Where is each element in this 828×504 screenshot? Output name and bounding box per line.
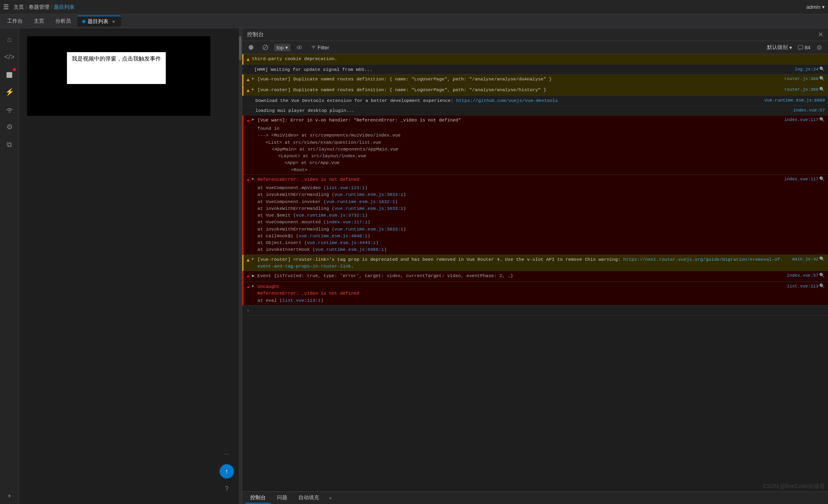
log-source[interactable]: router.js:360 🔍 bbox=[784, 86, 825, 93]
help-button[interactable]: ? bbox=[220, 482, 234, 496]
log-source[interactable]: main.js:42 🔍 bbox=[792, 256, 825, 263]
devtools-header: 控制台 ✕ bbox=[242, 28, 828, 41]
log-source[interactable]: index.vue:57 bbox=[793, 107, 825, 114]
stack-link[interactable]: vue.runtime.esm.js:3033:1 bbox=[334, 227, 403, 232]
magnify-icon[interactable]: 🔍 bbox=[819, 86, 825, 93]
tab-workspace[interactable]: 工作台 bbox=[2, 16, 27, 26]
breadcrumb-mgmt[interactable]: 卷题管理 bbox=[29, 4, 49, 11]
admin-button[interactable]: admin ▾ bbox=[806, 4, 825, 10]
error-icon: ● bbox=[247, 284, 249, 291]
expand-arrow[interactable]: ▶ bbox=[252, 256, 254, 262]
clear-button[interactable] bbox=[260, 43, 271, 52]
tab-analysis[interactable]: 分析员 bbox=[51, 16, 76, 26]
expand-arrow[interactable]: ▶ bbox=[252, 117, 254, 123]
stack-link[interactable]: vue.runtime.esm.js:6966:1 bbox=[315, 247, 384, 252]
log-content: Uncaught ReferenceError: _video is not d… bbox=[257, 283, 785, 304]
expand-arrow[interactable]: ▶ bbox=[252, 283, 254, 289]
sidebar-icon-add[interactable]: + bbox=[2, 488, 18, 504]
log-entry: ▲ ▶ [vue-router] Duplicate named routes … bbox=[242, 74, 828, 85]
top-nav: ☰ 主页 / 卷题管理 / 题目列表 admin ▾ bbox=[0, 0, 828, 14]
eye-button[interactable] bbox=[294, 43, 305, 52]
record-button[interactable] bbox=[245, 43, 257, 52]
content-area: 我是视频中的弹窗，点击我触发事件 ··· ↑ ? 控制台 ✕ bbox=[19, 28, 828, 504]
log-entry: ▲ ▶ [vue-router] <router-link>'s tag pro… bbox=[242, 255, 828, 272]
admin-label: admin bbox=[806, 4, 820, 10]
log-content: [vue-router] Duplicate named routes defi… bbox=[257, 86, 782, 93]
stack-link[interactable]: vue.runtime.esm.js:3732:1 bbox=[296, 213, 365, 218]
log-source[interactable]: list.vue:113 🔍 bbox=[787, 283, 825, 290]
devtools-bottom-tabs: 控制台 问题 自动填充 + CSDN @fineCode前端哥 bbox=[242, 491, 828, 504]
message-count-badge: 84 bbox=[805, 45, 810, 51]
breadcrumb-home[interactable]: 主页 bbox=[14, 4, 24, 11]
level-selector[interactable]: 默认级别 ▾ bbox=[765, 43, 795, 52]
stack-link[interactable]: vue.runtime.esm.js:3033:1 bbox=[334, 206, 403, 211]
magnify-icon[interactable]: 🔍 bbox=[819, 117, 825, 123]
log-entry: ▲ ▶ [vue-router] Duplicate named routes … bbox=[242, 85, 828, 96]
bottom-tab-autofill[interactable]: 自动填充 bbox=[294, 492, 324, 504]
sidebar-icon-home[interactable]: ⌂ bbox=[2, 31, 18, 47]
video-popup-text: 我是视频中的弹窗，点击我触发事件 bbox=[72, 55, 161, 62]
stack-link[interactable]: vue.runtime.esm.js:4443:1 bbox=[307, 240, 376, 245]
magnify-icon[interactable]: 🔍 bbox=[819, 256, 825, 263]
top-frame-selector[interactable]: top ▾ bbox=[274, 44, 290, 51]
filter-button[interactable]: Filter bbox=[308, 44, 332, 51]
tab-close-button[interactable]: ✕ bbox=[111, 19, 116, 24]
bottom-tab-issues[interactable]: 问题 bbox=[272, 492, 292, 504]
tab-questions[interactable]: 题目列表 ✕ bbox=[77, 16, 121, 27]
devtools-link[interactable]: https://github.com/vuejs/vue-devtools bbox=[456, 98, 558, 103]
error-icon: ● bbox=[247, 117, 249, 125]
stack-link[interactable]: vue.runtime.esm.js:4048:1 bbox=[299, 233, 368, 238]
sidebar-icon-bug[interactable]: ⚡ bbox=[2, 84, 18, 100]
sidebar-icon-wifi[interactable] bbox=[2, 102, 18, 117]
log-content: loading mui player desktop plugin... bbox=[255, 107, 791, 114]
log-source[interactable]: index.vue:57 🔍 bbox=[787, 272, 825, 279]
tab-home[interactable]: 主页 bbox=[29, 16, 49, 26]
expand-arrow[interactable]: ▶ bbox=[252, 176, 254, 182]
magnify-icon[interactable]: 🔍 bbox=[819, 66, 825, 73]
tab-active-dot bbox=[82, 20, 85, 23]
log-content: ▶ Event {isTrusted: true, type: 'error',… bbox=[252, 272, 785, 279]
log-content: [vue-router] Duplicate named routes defi… bbox=[257, 76, 782, 82]
video-popup[interactable]: 我是视频中的弹窗，点击我触发事件 bbox=[67, 52, 166, 84]
warn-icon: ▲ bbox=[247, 257, 249, 264]
left-scroll-track[interactable] bbox=[239, 28, 242, 504]
sidebar-icon-cpu[interactable]: ⚙ bbox=[2, 119, 18, 135]
log-source[interactable]: router.js:360 🔍 bbox=[784, 76, 825, 82]
stack-link[interactable]: vue.runtime.esm.js:3033:1 bbox=[334, 192, 403, 197]
prompt-arrow: › bbox=[247, 307, 249, 314]
bottom-tab-console[interactable]: 控制台 bbox=[245, 492, 271, 504]
magnify-icon[interactable]: 🔍 bbox=[819, 272, 825, 279]
magnify-icon[interactable]: 🔍 bbox=[819, 283, 825, 290]
sidebar-icon-layers[interactable]: ⧉ bbox=[2, 137, 18, 152]
stack-link[interactable]: list.vue:123:1 bbox=[326, 185, 365, 190]
log-source[interactable]: index.vue:117 🔍 bbox=[784, 117, 825, 123]
log-source[interactable]: index.vue:117 🔍 bbox=[784, 176, 825, 183]
main-area: ⌂ </> ▦ ⚡ ⚙ ⧉ + 我是视频中的弹窗，点击我触发事件 bbox=[0, 28, 828, 504]
add-tab-button[interactable]: + bbox=[326, 493, 335, 503]
scroll-up-button[interactable]: ↑ bbox=[220, 464, 234, 479]
sidebar-icon-table[interactable]: ▦ bbox=[2, 66, 18, 82]
stack-link[interactable]: list.vue:113:1 bbox=[282, 298, 321, 303]
console-log-area[interactable]: ▲ third-party cookie deprecation. [HMR] … bbox=[242, 54, 828, 491]
log-content: Download the Vue Devtools extension for … bbox=[255, 97, 762, 104]
stack-link[interactable]: index.vue:117:1 bbox=[326, 219, 368, 225]
log-entry: ● ▶ Uncaught ReferenceError: _video is n… bbox=[242, 282, 828, 305]
log-prompt-line: › bbox=[242, 305, 828, 316]
sidebar-badge bbox=[13, 68, 16, 71]
expand-arrow[interactable]: ▶ bbox=[252, 76, 254, 82]
router-link[interactable]: https://next.router.vuejs.org/guide/migr… bbox=[257, 257, 783, 269]
more-options-button[interactable]: ··· bbox=[220, 447, 234, 461]
log-source[interactable]: vue.runtime.esm.js:8809 bbox=[764, 97, 825, 104]
log-entry: Download the Vue Devtools extension for … bbox=[242, 96, 828, 105]
sidebar-icon-code[interactable]: </> bbox=[2, 49, 18, 65]
devtools-settings-button[interactable]: ⚙ bbox=[814, 43, 825, 52]
svg-point-4 bbox=[298, 47, 300, 48]
magnify-icon[interactable]: 🔍 bbox=[819, 176, 825, 183]
expand-arrow[interactable]: ▶ bbox=[252, 86, 254, 92]
magnify-icon[interactable]: 🔍 bbox=[819, 76, 825, 82]
menu-icon[interactable]: ☰ bbox=[3, 3, 9, 11]
log-source[interactable]: log.js:24 🔍 bbox=[795, 66, 825, 73]
stack-link[interactable]: vue.runtime.esm.js:1832:1 bbox=[326, 199, 395, 204]
devtools-toolbar: top ▾ Filter 默认级别 ▾ 84 bbox=[242, 41, 828, 54]
devtools-close-button[interactable]: ✕ bbox=[818, 31, 823, 38]
